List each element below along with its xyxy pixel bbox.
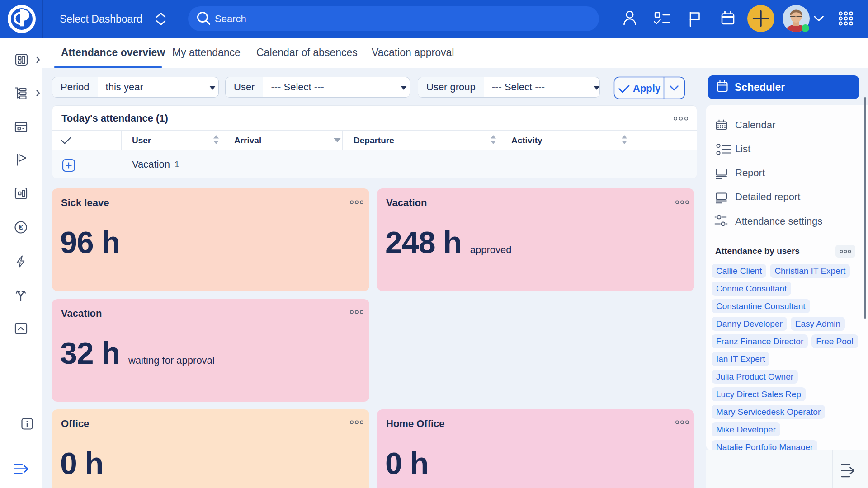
svg-text:Apply: Apply	[633, 83, 661, 94]
svg-text:€: €	[19, 223, 23, 232]
